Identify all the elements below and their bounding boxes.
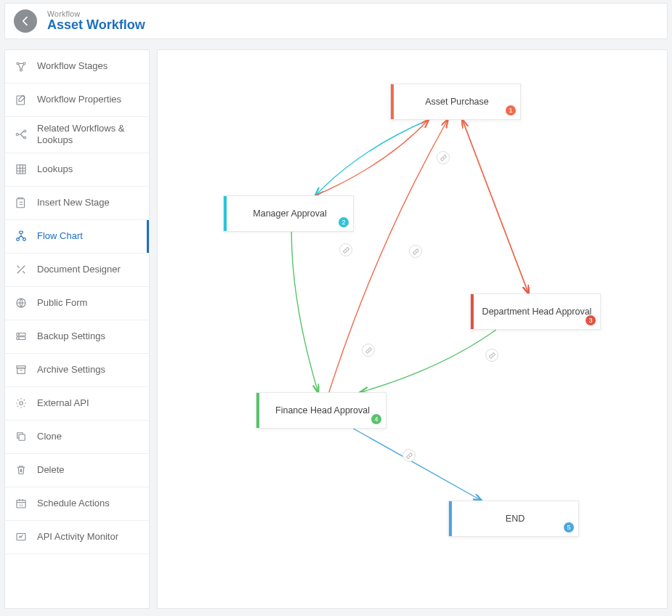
flow-link-manager-approval-to-finance-head-approval[interactable]	[291, 232, 318, 392]
sidebar-item-label: Archive Settings	[37, 364, 105, 376]
sidebar-item-workflow-stages[interactable]: Workflow Stages	[5, 50, 149, 84]
sidebar-item-lookups[interactable]: Lookups	[5, 153, 149, 187]
back-button[interactable]	[14, 9, 37, 33]
link-icon[interactable]	[339, 243, 352, 256]
link-icon[interactable]	[409, 245, 422, 258]
archive-icon	[14, 362, 28, 377]
monitor-icon	[14, 530, 28, 544]
svg-rect-8	[17, 199, 25, 208]
sidebar-item-backup-settings[interactable]: Backup Settings	[5, 320, 149, 354]
flow-link-finance-head-approval-to-end[interactable]	[353, 429, 481, 500]
sidebar-item-clone[interactable]: Clone	[5, 421, 149, 454]
sidebar-item-label: Clone	[37, 431, 62, 442]
sidebar-item-delete[interactable]: Delete	[5, 454, 149, 487]
node-label: Finance Head Approval	[259, 405, 386, 416]
link-icon[interactable]	[362, 344, 375, 357]
node-label: Department Head Approval	[474, 307, 600, 317]
sidebar: Workflow StagesWorkflow PropertiesRelate…	[4, 49, 150, 609]
sidebar-item-flow-chart[interactable]: Flow Chart	[5, 220, 149, 254]
sidebar-item-label: Delete	[37, 464, 65, 476]
link-icon[interactable]	[402, 449, 416, 462]
node-number-badge: 2	[339, 217, 349, 227]
sidebar-item-label: Lookups	[37, 163, 73, 175]
sidebar-item-label: External API	[37, 397, 89, 409]
node-label: Manager Approval	[227, 208, 353, 219]
trash-icon	[14, 463, 28, 477]
clone-icon	[14, 429, 28, 444]
arrow-left-icon	[20, 15, 31, 27]
network-icon	[14, 60, 28, 74]
svg-rect-13	[17, 333, 25, 336]
sidebar-item-api-activity-monitor[interactable]: API Activity Monitor	[5, 521, 149, 554]
sidebar-item-workflow-properties[interactable]: Workflow Properties	[5, 84, 149, 117]
sidebar-item-label: Document Designer	[37, 264, 121, 275]
sidebar-item-label: Workflow Properties	[37, 94, 121, 105]
node-label: Asset Purchase	[394, 97, 520, 107]
flow-node-end[interactable]: END5	[448, 500, 579, 537]
sidebar-item-external-api[interactable]: External API	[5, 387, 149, 421]
svg-text:11: 11	[19, 503, 23, 507]
node-number-badge: 1	[506, 105, 516, 115]
flowchart-icon	[14, 229, 28, 243]
svg-rect-20	[19, 434, 25, 440]
backup-icon	[14, 329, 28, 344]
page-title: Asset Workflow	[47, 17, 145, 33]
flow-link-department-head-approval-to-finance-head-approval[interactable]	[360, 330, 496, 392]
grid-icon	[14, 162, 28, 177]
svg-point-2	[20, 69, 23, 71]
sidebar-item-label: Backup Settings	[37, 331, 105, 342]
svg-point-6	[24, 137, 26, 139]
sidebar-item-public-form[interactable]: Public Form	[5, 287, 149, 320]
node-number-badge: 5	[564, 522, 574, 532]
flow-link-asset-purchase-to-manager-approval[interactable]	[315, 120, 428, 195]
flowchart-canvas[interactable]: Asset Purchase1Manager Approval2Departme…	[157, 49, 668, 609]
svg-point-0	[17, 62, 19, 65]
globe-icon	[14, 296, 28, 310]
link-icon[interactable]	[485, 349, 498, 362]
svg-point-15	[19, 334, 20, 335]
sidebar-item-label: Public Form	[37, 297, 87, 309]
branch-icon	[14, 127, 28, 142]
node-label: END	[452, 514, 578, 524]
design-icon	[14, 262, 28, 277]
svg-rect-9	[20, 231, 23, 233]
edit-icon	[14, 93, 28, 108]
flow-node-asset-purchase[interactable]: Asset Purchase1	[390, 84, 521, 120]
svg-point-5	[24, 130, 26, 132]
stage-icon	[14, 195, 28, 210]
sidebar-item-insert-new-stage[interactable]: Insert New Stage	[5, 187, 149, 220]
sidebar-item-label: Flow Chart	[37, 230, 83, 242]
link-icon[interactable]	[437, 151, 450, 164]
svg-point-4	[16, 134, 18, 136]
flow-link-manager-approval-to-asset-purchase[interactable]	[315, 120, 428, 195]
flow-node-manager-approval[interactable]: Manager Approval2	[223, 195, 354, 232]
sidebar-item-label: Schedule Actions	[37, 498, 110, 509]
sidebar-item-label: Workflow Stages	[37, 60, 108, 72]
sidebar-item-label: Related Workflows & Lookups	[37, 123, 140, 147]
calendar-icon: 11	[14, 496, 28, 511]
svg-point-19	[20, 402, 23, 405]
svg-point-16	[19, 338, 20, 339]
sidebar-item-document-designer[interactable]: Document Designer	[5, 254, 149, 287]
flow-link-department-head-approval-to-asset-purchase[interactable]	[463, 120, 529, 293]
svg-rect-14	[17, 337, 25, 340]
svg-rect-7	[17, 165, 25, 174]
flow-node-finance-head-approval[interactable]: Finance Head Approval4	[256, 392, 386, 429]
svg-rect-18	[17, 368, 25, 374]
gear-icon	[14, 396, 28, 410]
sidebar-item-schedule-actions[interactable]: 11Schedule Actions	[5, 487, 149, 521]
sidebar-item-label: Insert New Stage	[37, 197, 110, 208]
sidebar-item-label: API Activity Monitor	[37, 531, 118, 543]
node-number-badge: 3	[586, 315, 596, 325]
page-header: Workflow Asset Workflow	[4, 3, 668, 39]
sidebar-item-archive-settings[interactable]: Archive Settings	[5, 354, 149, 387]
sidebar-item-related-workflows[interactable]: Related Workflows & Lookups	[5, 117, 149, 153]
flow-node-department-head-approval[interactable]: Department Head Approval3	[470, 293, 601, 330]
node-number-badge: 4	[371, 414, 381, 424]
svg-point-1	[23, 62, 25, 65]
